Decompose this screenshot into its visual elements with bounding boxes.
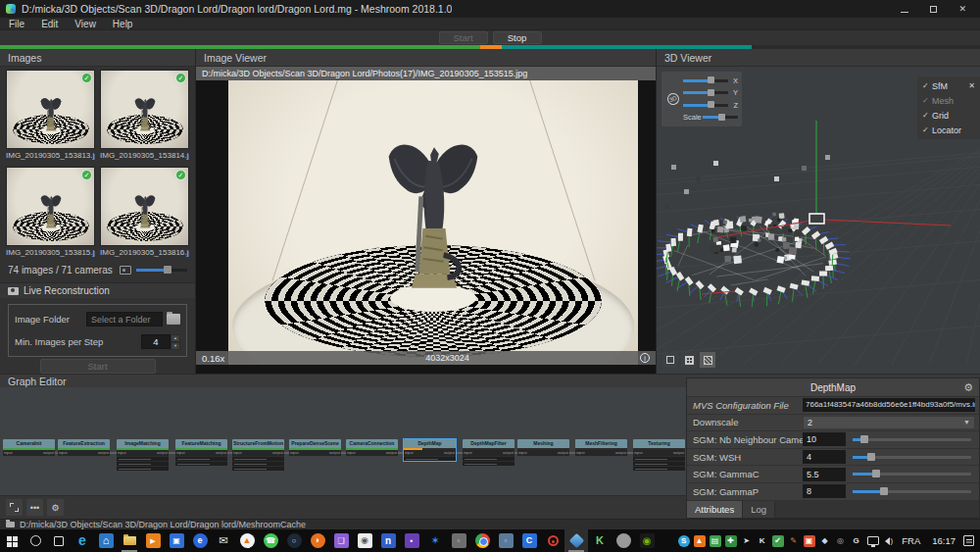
stop-button[interactable]: Stop bbox=[493, 31, 542, 44]
scale-slider[interactable] bbox=[703, 116, 738, 119]
whatsapp-icon[interactable]: ☎ bbox=[259, 529, 282, 552]
menu-file[interactable]: File bbox=[9, 19, 24, 29]
movies-tv-icon[interactable]: ▶ bbox=[141, 529, 165, 552]
stepper-down-icon[interactable]: ▼ bbox=[171, 342, 180, 350]
tray-k-icon[interactable]: K bbox=[755, 529, 770, 552]
image-folder-input[interactable]: Select a Folder bbox=[86, 312, 163, 326]
grey-circle-app-icon[interactable] bbox=[612, 529, 635, 552]
grey-app-2-icon[interactable]: ▫ bbox=[494, 529, 517, 552]
twitch-icon[interactable]: ❑ bbox=[329, 529, 353, 552]
tab-attributes[interactable]: Attributes bbox=[687, 501, 743, 518]
blue-circle-app-icon[interactable]: e bbox=[188, 529, 212, 552]
y-slider[interactable] bbox=[683, 91, 728, 94]
mvs-config-value[interactable]: 766a1f483547a46b8dd56e6e1ff4bd93a0f5/mvs… bbox=[803, 398, 975, 412]
close-button[interactable]: ✕ bbox=[958, 4, 966, 14]
sgm-wsh-value[interactable]: 4 bbox=[803, 450, 846, 464]
render-textured-button[interactable] bbox=[700, 352, 715, 368]
skype-icon[interactable]: S bbox=[676, 529, 692, 552]
sgm-gammac-slider[interactable] bbox=[853, 473, 971, 476]
shield-icon[interactable]: ✚ bbox=[723, 529, 739, 552]
camera-app-icon[interactable]: ◉ bbox=[353, 529, 376, 552]
node-Meshing[interactable]: Meshinginputoutput bbox=[517, 439, 569, 456]
close-icon[interactable]: ✕ bbox=[968, 81, 975, 90]
viewer3d-viewport[interactable]: 3D X Y Z Scale ✓ SfM ✕ ✓ bbox=[657, 67, 980, 374]
fit-view-button[interactable] bbox=[6, 499, 23, 516]
menu-help[interactable]: Help bbox=[113, 19, 133, 29]
onenote-icon[interactable]: n bbox=[376, 529, 400, 552]
layer-sfm[interactable]: ✓ SfM ✕ bbox=[917, 78, 980, 93]
node-FeatureExtraction[interactable]: FeatureExtractioninputoutput bbox=[58, 439, 110, 456]
avast-icon[interactable]: ▲ bbox=[692, 529, 708, 552]
shield-check-icon[interactable]: ✔ bbox=[770, 529, 786, 552]
mail-icon[interactable]: ✉ bbox=[212, 529, 235, 552]
layer-grid[interactable]: ✓ Grid bbox=[917, 108, 980, 123]
maximize-button[interactable] bbox=[930, 6, 937, 13]
chrome-icon[interactable] bbox=[470, 529, 494, 552]
graph-settings-button[interactable]: ⚙ bbox=[47, 499, 64, 516]
green-card-icon[interactable]: ▤ bbox=[708, 529, 723, 552]
target-app-icon[interactable] bbox=[541, 529, 564, 552]
render-wireframe-button[interactable] bbox=[681, 352, 697, 368]
node-CameraInit[interactable]: CameraInitinputoutput bbox=[3, 439, 55, 456]
render-solid-button[interactable] bbox=[662, 352, 678, 368]
cortana-search-icon[interactable] bbox=[24, 529, 47, 552]
layer-mesh[interactable]: ✓ Mesh bbox=[917, 93, 980, 108]
sgm-gammac-value[interactable]: 5.5 bbox=[803, 468, 846, 481]
firefox-icon[interactable]: ◗ bbox=[306, 529, 329, 552]
thumbnail-size-slider[interactable] bbox=[136, 269, 187, 272]
water-drop-icon[interactable]: ◆ bbox=[817, 529, 833, 552]
min-images-stepper[interactable]: 4 ▲▼ bbox=[141, 334, 180, 349]
stepper-up-icon[interactable]: ▲ bbox=[171, 334, 180, 342]
image-thumbnail[interactable]: IMG_20190305_153816.jpg bbox=[100, 167, 189, 259]
node-FeatureMatching[interactable]: FeatureMatchinginputoutput bbox=[175, 439, 227, 466]
downscale-dropdown[interactable]: 2 ▼ bbox=[803, 416, 975, 429]
check-icon[interactable]: ✓ bbox=[922, 81, 932, 90]
image-viewport[interactable]: 0.16x 4032x3024 i bbox=[196, 80, 656, 374]
tab-log[interactable]: Log bbox=[743, 501, 775, 518]
logitech-icon[interactable]: G bbox=[849, 529, 864, 552]
start-icon[interactable] bbox=[0, 529, 24, 552]
brush-icon[interactable]: ✎ bbox=[786, 529, 802, 552]
sgm-wsh-slider[interactable] bbox=[853, 456, 971, 459]
task-view-icon[interactable] bbox=[47, 529, 71, 552]
node-MeshFiltering[interactable]: MeshFilteringinputoutput bbox=[575, 439, 627, 456]
image-thumbnail[interactable]: IMG_20190305_153813.jpg bbox=[6, 70, 95, 162]
photos-app-icon[interactable]: ▣ bbox=[165, 529, 188, 552]
cura-icon[interactable]: C bbox=[517, 529, 541, 552]
cache-path-label[interactable]: D:/micka/3D Objects/Scan 3D/Dragon Lord/… bbox=[20, 520, 306, 530]
node-CameraConnection[interactable]: CameraConnectioninputoutput bbox=[346, 439, 398, 456]
edge-icon[interactable]: e bbox=[71, 529, 94, 552]
browse-folder-icon[interactable] bbox=[167, 314, 180, 325]
node-DepthMapFilter[interactable]: DepthMapFilterinputoutput bbox=[463, 439, 514, 466]
sgm-gammap-value[interactable]: 8 bbox=[803, 484, 846, 498]
node-Texturing[interactable]: Texturinginputoutput bbox=[633, 439, 685, 471]
network-icon[interactable] bbox=[867, 536, 879, 545]
live-start-button[interactable]: Start bbox=[40, 359, 156, 374]
meshroom-icon[interactable] bbox=[564, 529, 588, 552]
start-button[interactable]: Start bbox=[439, 31, 488, 44]
info-icon[interactable]: i bbox=[640, 353, 650, 363]
cursor-icon[interactable]: ➤ bbox=[739, 529, 755, 552]
store-icon[interactable]: ⌂ bbox=[94, 529, 118, 552]
volume-icon[interactable]: ) bbox=[885, 536, 894, 545]
vlc-icon[interactable]: ▲ bbox=[235, 529, 259, 552]
layer-locator[interactable]: ✓ Locator bbox=[917, 123, 980, 137]
z-slider[interactable] bbox=[683, 104, 728, 107]
menu-edit[interactable]: Edit bbox=[41, 19, 58, 29]
sgm-cameras-slider[interactable] bbox=[853, 438, 971, 441]
clock[interactable]: 16:17 bbox=[926, 535, 961, 546]
kdenlive-icon[interactable]: K bbox=[588, 529, 612, 552]
image-thumbnail[interactable]: IMG_20190305_153814.jpg bbox=[100, 70, 189, 162]
node-StructureFromMotion[interactable]: StructureFromMotioninputoutput bbox=[232, 439, 284, 471]
x-slider[interactable] bbox=[683, 79, 728, 82]
check-icon[interactable]: ✓ bbox=[922, 125, 932, 134]
blue-star-app-icon[interactable]: ✶ bbox=[423, 529, 447, 552]
more-options-button[interactable]: ••• bbox=[26, 499, 43, 516]
minimize-button[interactable] bbox=[901, 5, 908, 13]
red-box-icon[interactable]: ▣ bbox=[802, 529, 817, 552]
rotate-3d-icon[interactable]: 3D bbox=[663, 75, 683, 123]
check-icon[interactable]: ✓ bbox=[922, 111, 932, 120]
node-PrepareDenseScene[interactable]: PrepareDenseSceneinputoutput bbox=[289, 439, 341, 456]
sgm-cameras-value[interactable]: 10 bbox=[803, 432, 846, 446]
disc-icon[interactable]: ◎ bbox=[833, 529, 849, 552]
